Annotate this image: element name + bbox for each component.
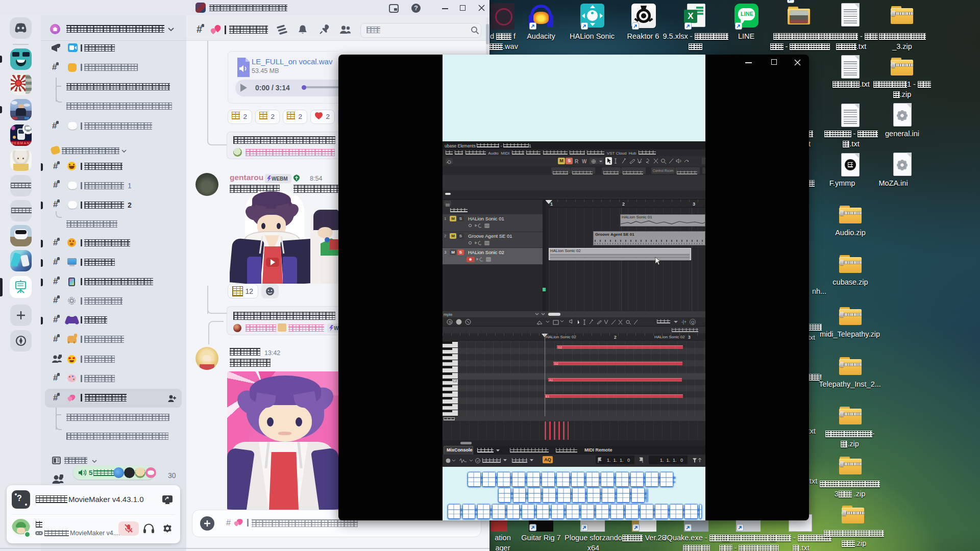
svg-text:S: S (449, 320, 451, 324)
